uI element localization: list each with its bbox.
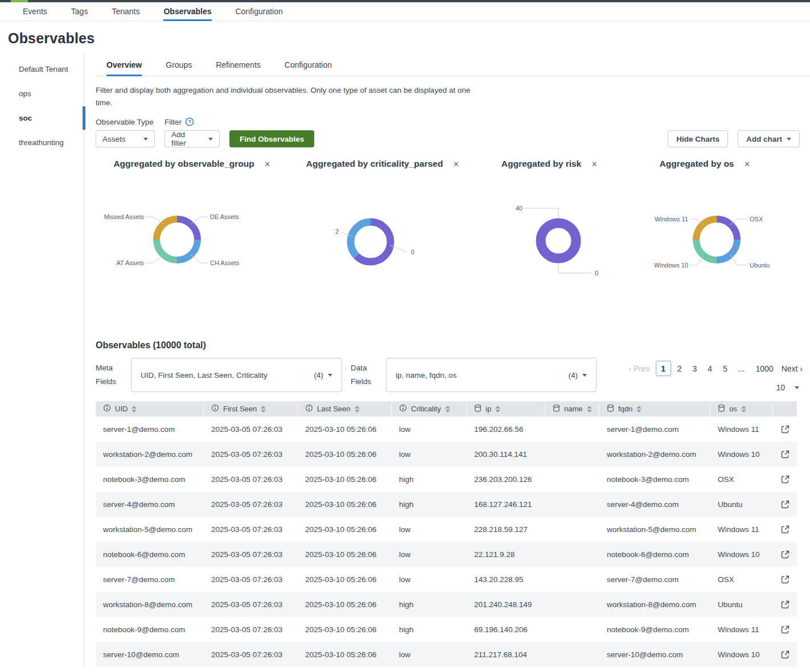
cell-fqdn: workstation-5@demo.com (599, 525, 710, 534)
chevron-down-icon (208, 138, 213, 141)
open-observable-button[interactable] (779, 523, 791, 535)
table-column-header[interactable]: ip (467, 401, 545, 417)
pagination-page[interactable]: 2 (673, 362, 686, 376)
page-size-select[interactable]: 10 (628, 383, 803, 392)
cell-os: OSX (710, 475, 773, 484)
open-observable-button[interactable] (779, 549, 791, 560)
cell-uid: notebook-6@demo.com (96, 550, 204, 559)
table-column-header[interactable]: UID (96, 401, 204, 417)
info-icon (305, 404, 313, 414)
open-observable-button[interactable] (779, 448, 791, 460)
close-icon[interactable]: × (591, 159, 597, 169)
open-observable-button[interactable] (779, 473, 791, 485)
cell-fqdn: server-1@demo.com (599, 425, 710, 434)
open-observable-button[interactable] (779, 574, 791, 586)
open-observable-button[interactable] (779, 649, 791, 661)
pagination-page[interactable]: 1 (656, 361, 671, 376)
sort-icon[interactable] (495, 406, 500, 413)
sort-icon[interactable] (131, 406, 137, 413)
sidebar-item-ops[interactable]: ops (0, 81, 84, 106)
hide-charts-button[interactable]: Hide Charts (668, 130, 728, 147)
external-link-icon (780, 424, 790, 434)
table-column-header[interactable]: name (545, 401, 599, 417)
observable-type-label: Observable Type (96, 118, 155, 126)
find-observables-button[interactable]: Find Observables (229, 130, 314, 147)
data-fields-select[interactable]: ip, name, fqdn, os (4) (386, 358, 597, 392)
charts-row: Aggregated by observable_group × Missed … (96, 155, 810, 323)
open-observable-button[interactable] (779, 599, 791, 611)
sort-icon[interactable] (636, 406, 642, 413)
nav-item-tags[interactable]: Tags (71, 2, 88, 20)
external-link-icon (780, 575, 790, 584)
cell-ip: 200.30.114.141 (467, 450, 545, 459)
nav-item-configuration[interactable]: Configuration (236, 2, 283, 20)
help-icon[interactable]: ? (185, 117, 194, 126)
sidebar-item-default-tenant[interactable]: Default Tenant (0, 57, 84, 81)
sort-icon[interactable] (587, 406, 592, 413)
slice-label: 0 (411, 249, 414, 255)
info-icon (103, 404, 111, 414)
tab-groups[interactable]: Groups (166, 60, 192, 76)
chevron-down-icon (582, 374, 587, 377)
pagination-page[interactable]: 4 (703, 362, 717, 376)
cell-uid: server-4@demo.com (96, 500, 204, 509)
sort-icon[interactable] (741, 406, 746, 413)
table-column-header[interactable]: First Seen (204, 401, 298, 417)
table-column-header[interactable]: fqdn (599, 401, 710, 417)
pagination-page[interactable]: 5 (718, 362, 732, 376)
sidebar-item-threathunting[interactable]: threathunting (0, 130, 84, 155)
open-observable-button[interactable] (779, 498, 791, 510)
chart-observable-group: Aggregated by observable_group × Missed … (106, 155, 277, 323)
tab-configuration[interactable]: Configuration (285, 60, 332, 76)
tab-overview[interactable]: Overview (106, 60, 142, 76)
cell-last-seen: 2025-03-10 05:26:06 (298, 525, 392, 534)
cell-last-seen: 2025-03-10 05:26:06 (298, 625, 392, 634)
table-row: notebook-9@demo.com 2025-03-05 07:26:03 … (96, 617, 797, 642)
table-column-header[interactable]: Criticality (392, 401, 467, 417)
open-observable-button[interactable] (779, 423, 791, 435)
nav-item-tenants[interactable]: Tenants (112, 2, 139, 20)
external-link-icon (780, 550, 790, 559)
pagination-page[interactable]: 1000 (751, 362, 778, 376)
database-icon (553, 404, 560, 414)
close-icon[interactable]: × (453, 159, 459, 169)
pagination-next[interactable]: Next › (782, 364, 803, 373)
cell-criticality: low (392, 650, 467, 659)
cell-criticality: low (392, 425, 467, 434)
add-chart-button[interactable]: Add chart (738, 130, 800, 147)
donut-chart (541, 223, 576, 258)
cell-fqdn: workstation-8@demo.com (599, 600, 710, 609)
cell-fqdn: server-4@demo.com (599, 500, 710, 509)
close-icon[interactable]: × (744, 159, 750, 169)
cell-last-seen: 2025-03-10 05:26:06 (298, 600, 392, 609)
nav-item-observables[interactable]: Observables (163, 2, 211, 20)
pagination-page[interactable]: ... (734, 362, 750, 376)
sidebar-item-soc[interactable]: soc (0, 106, 84, 130)
tab-refinements[interactable]: Refinements (216, 60, 261, 76)
database-icon (718, 404, 725, 414)
cell-criticality: high (392, 475, 467, 484)
table-column-header[interactable]: Last Seen (298, 401, 392, 417)
meta-fields-select[interactable]: UID, First Seen, Last Seen, Criticality … (131, 358, 342, 392)
open-observable-button[interactable] (779, 624, 791, 636)
cell-first-seen: 2025-03-05 07:26:03 (204, 575, 298, 584)
close-icon[interactable]: × (265, 159, 270, 169)
table-body: server-1@demo.com 2025-03-05 07:26:03 20… (96, 417, 797, 667)
pagination-prev[interactable]: ‹ Prev (628, 364, 649, 373)
nav-item-events[interactable]: Events (23, 2, 47, 20)
sort-icon[interactable] (355, 406, 360, 413)
sort-icon[interactable] (445, 406, 450, 413)
add-filter-select[interactable]: Add filter (165, 130, 220, 147)
observable-type-select[interactable]: Assets (96, 130, 155, 147)
cell-first-seen: 2025-03-05 07:26:03 (204, 500, 298, 509)
cell-uid: workstation-5@demo.com (96, 525, 204, 534)
cell-first-seen: 2025-03-05 07:26:03 (204, 450, 298, 459)
sort-icon[interactable] (261, 406, 266, 413)
table-row: workstation-8@demo.com 2025-03-05 07:26:… (96, 592, 797, 617)
table-column-header[interactable]: os (710, 401, 773, 417)
cell-first-seen: 2025-03-05 07:26:03 (204, 525, 298, 534)
section-tabs: Overview Groups Refinements Configuratio… (96, 60, 810, 76)
cell-criticality: high (392, 600, 467, 609)
external-link-icon (780, 600, 790, 609)
pagination-page[interactable]: 3 (688, 362, 701, 376)
